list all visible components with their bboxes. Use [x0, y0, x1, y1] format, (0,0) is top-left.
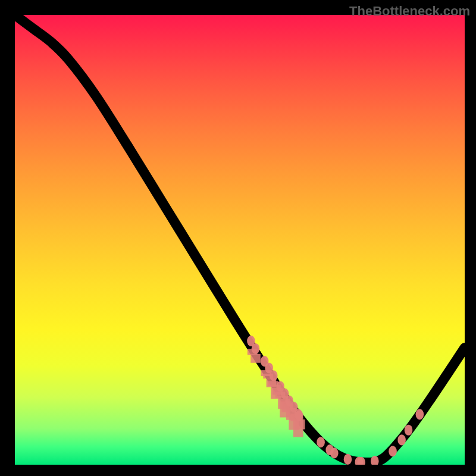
data-dot [252, 343, 260, 354]
chart-container [15, 15, 465, 465]
attribution-text: TheBottleneck.com [349, 4, 470, 19]
data-dot [397, 434, 406, 445]
data-dot [389, 446, 397, 456]
bottleneck-curve [15, 15, 465, 462]
chart-svg [15, 15, 465, 465]
data-dot [344, 454, 352, 465]
data-dot [295, 411, 303, 421]
data-dot [317, 437, 325, 447]
data-dot [405, 425, 413, 436]
data-tick-group [252, 349, 300, 437]
data-dot [416, 409, 424, 419]
data-dot [270, 370, 278, 381]
data-dot [330, 447, 339, 458]
